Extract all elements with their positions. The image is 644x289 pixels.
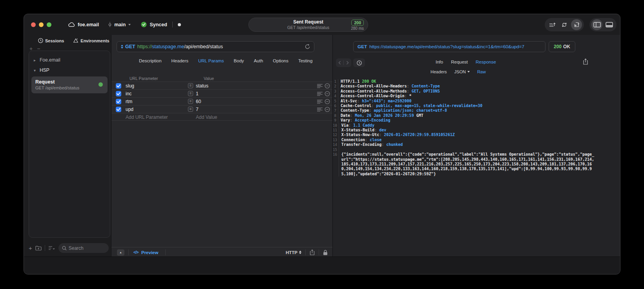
url-params-table: URL Parameter Value slug=statusinc=1rtm=… [111,76,332,121]
protocol-selector[interactable]: HTTP [286,250,301,255]
code-line: 3Access-Control-Allow-Methods: GET, OPTI… [333,89,618,94]
search-box[interactable] [58,243,109,253]
drag-handle-icon[interactable] [317,100,323,104]
request-tab-auth[interactable]: Auth [254,58,263,63]
add-request-button[interactable]: + [29,245,32,251]
remove-session-button[interactable]: − [37,45,40,52]
add-param-row[interactable]: Add URL Parameter Add Value [111,113,332,121]
export-response-icon[interactable] [583,58,588,65]
param-value[interactable]: status [196,83,208,89]
sent-request-summary[interactable]: Sent Request GET /api/embed/status 200 2… [248,18,368,32]
minimize-button[interactable] [39,22,44,27]
line-number: 4 [333,94,338,98]
param-name[interactable]: inc [126,91,131,96]
sidebar: Sessions Environments + − ▸ Foe.email ▾ … [29,35,110,257]
line-number: 6 [333,104,338,108]
titlebar-divider [172,22,173,27]
export-code-button[interactable] [547,19,558,30]
footer-divider [165,249,166,255]
toggle-sidebar-button[interactable] [591,19,602,30]
toggle-bottom-panel-button[interactable] [604,19,615,30]
request-url-bar[interactable]: GET https://statuspage.me/api/embed/stat… [117,41,314,52]
summary-subtitle: GET /api/embed/status [249,25,368,30]
response-subtab-headers[interactable]: Headers [431,69,447,74]
code-line: 13Connection: close [333,138,618,142]
add-param-placeholder[interactable]: Add URL Parameter [126,115,168,120]
url-path[interactable]: /api/embed/status [184,44,223,49]
close-button[interactable] [31,22,36,27]
code-line: 10Via: 1.1 Caddy [333,123,618,128]
search-input[interactable] [69,245,105,251]
request-history-button[interactable] [353,58,365,67]
param-name[interactable]: slug [126,83,134,89]
share-icon[interactable] [310,249,315,255]
request-list-item-selected[interactable]: Request GET /api/embed/status [31,76,108,93]
request-tab-options[interactable]: Options [273,58,288,63]
param-enabled-checkbox[interactable] [116,83,121,89]
param-name[interactable]: upd [126,107,133,112]
response-request-line[interactable]: GET https://statuspage.me/api/embed/stat… [353,41,545,52]
back-button[interactable] [336,58,343,67]
collapse-panel-button[interactable]: ▲ [117,249,124,256]
tab-environments[interactable]: Environments [73,38,109,43]
param-enabled-checkbox[interactable] [116,91,121,96]
lock-icon[interactable] [323,250,328,255]
request-tab-body[interactable]: Body [234,58,244,63]
forward-button[interactable] [344,58,351,67]
remove-param-button[interactable] [325,99,330,104]
clock-icon [38,38,43,43]
response-tab-info[interactable]: Info [436,60,443,64]
toolbar-layout [589,18,617,31]
sort-list-icon[interactable] [48,246,55,250]
branch-chevron-icon[interactable] [128,24,131,25]
method-stepper-icon[interactable] [121,45,123,49]
drag-handle-icon[interactable] [317,107,323,112]
url-host[interactable]: statuspage.me [152,44,184,49]
drag-handle-icon[interactable] [317,92,323,96]
remove-param-button[interactable] [325,83,330,89]
param-name[interactable]: rtm [126,99,132,104]
chevron-right-icon: ▸ [34,58,37,62]
request-tab-description[interactable]: Description [139,58,162,63]
new-folder-icon[interactable] [35,245,42,251]
tree-group-foe-email[interactable]: ▸ Foe.email [29,55,110,65]
tab-sessions[interactable]: Sessions [38,38,64,43]
remove-param-button[interactable] [325,107,330,112]
request-tab-url-params[interactable]: URL Params [198,58,224,63]
url-scheme[interactable]: https:// [137,44,152,49]
duration-label: 280 ms [351,26,364,31]
response-tab-response[interactable]: Response [476,60,496,64]
code-line: 12X-Status-Now-Utc: 2026-01-26T20:29:59.… [333,133,618,137]
param-enabled-checkbox[interactable] [116,107,121,112]
code-line: 9Vary: Accept-Encoding [333,118,618,123]
resend-request-icon[interactable] [305,44,310,49]
param-value[interactable]: 1 [196,91,199,96]
unsaved-indicator-dot [178,23,181,26]
branch-name[interactable]: main [114,22,126,27]
tab-sessions-label: Sessions [45,38,64,43]
remove-param-button[interactable] [325,91,330,96]
sync-status[interactable]: Synced [150,22,167,27]
zoom-button[interactable] [47,22,51,27]
request-method[interactable]: GET [125,44,135,49]
request-tree: ▸ Foe.email ▾ HSP Request GET /api/embed… [29,51,110,238]
param-value[interactable]: 60 [196,99,201,104]
code-line: 15 [333,147,618,152]
send-request-button[interactable] [571,19,582,30]
response-subtab-raw[interactable]: Raw [477,69,486,74]
tree-group-label: HSP [40,67,49,73]
add-value-placeholder[interactable]: Add Value [196,115,217,120]
project-name[interactable]: foe.email [78,22,99,27]
line-number: 13 [333,138,339,142]
preview-button[interactable]: </> Preview [133,250,158,255]
param-enabled-checkbox[interactable] [116,99,121,104]
response-subtab-json[interactable]: JSON [454,69,470,74]
tree-group-hsp[interactable]: ▾ HSP [29,65,110,75]
request-tab-testing[interactable]: Testing [298,58,312,63]
response-tab-request[interactable]: Request [451,60,468,64]
drag-handle-icon[interactable] [317,84,323,88]
request-tab-headers[interactable]: Headers [171,58,188,63]
add-session-button[interactable]: + [29,45,33,52]
sync-arrows-icon[interactable] [559,19,570,30]
param-value[interactable]: 7 [196,107,199,112]
